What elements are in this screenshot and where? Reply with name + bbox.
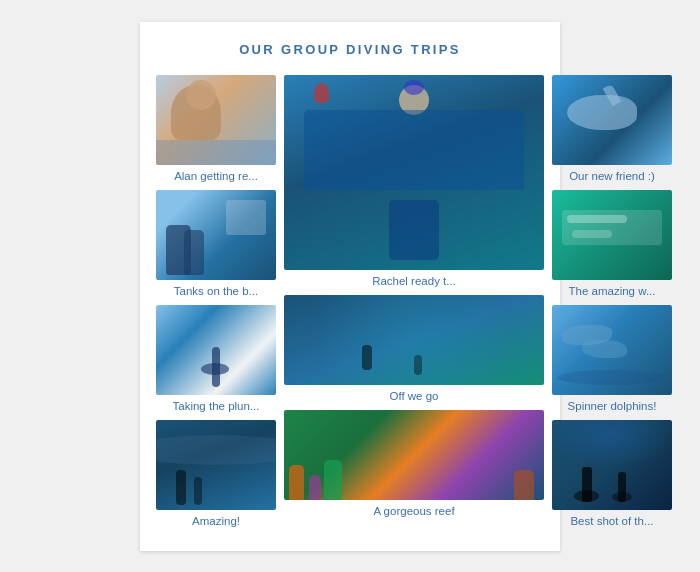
photo-plunge[interactable]: Taking the plun... xyxy=(156,305,276,412)
photo-alan[interactable]: Alan getting re... xyxy=(156,75,276,182)
caption-amazing: Amazing! xyxy=(192,515,240,527)
caption-plunge: Taking the plun... xyxy=(173,400,260,412)
photo-reef[interactable]: A gorgeous reef xyxy=(284,410,544,517)
caption-best: Best shot of th... xyxy=(570,515,653,527)
page-title: OUR GROUP DIVING TRIPS xyxy=(156,42,544,57)
photo-best[interactable]: Best shot of th... xyxy=(552,420,672,527)
photo-off[interactable]: Off we go xyxy=(284,295,544,402)
photo-tanks[interactable]: Tanks on the b... xyxy=(156,190,276,297)
caption-tanks: Tanks on the b... xyxy=(174,285,258,297)
main-card: OUR GROUP DIVING TRIPS Alan getting re..… xyxy=(140,22,560,551)
caption-dolphins: Spinner dolphins! xyxy=(568,400,657,412)
photo-amazingw[interactable]: The amazing w... xyxy=(552,190,672,297)
caption-reef: A gorgeous reef xyxy=(373,505,454,517)
photo-rachel[interactable]: Rachel ready t... xyxy=(284,75,544,287)
caption-amazingw: The amazing w... xyxy=(569,285,656,297)
caption-rachel: Rachel ready t... xyxy=(372,275,456,287)
photo-dolphins[interactable]: Spinner dolphins! xyxy=(552,305,672,412)
caption-alan: Alan getting re... xyxy=(174,170,258,182)
caption-shark: Our new friend :) xyxy=(569,170,655,182)
photo-amazing[interactable]: Amazing! xyxy=(156,420,276,527)
caption-off: Off we go xyxy=(389,390,438,402)
photo-shark[interactable]: Our new friend :) xyxy=(552,75,672,182)
